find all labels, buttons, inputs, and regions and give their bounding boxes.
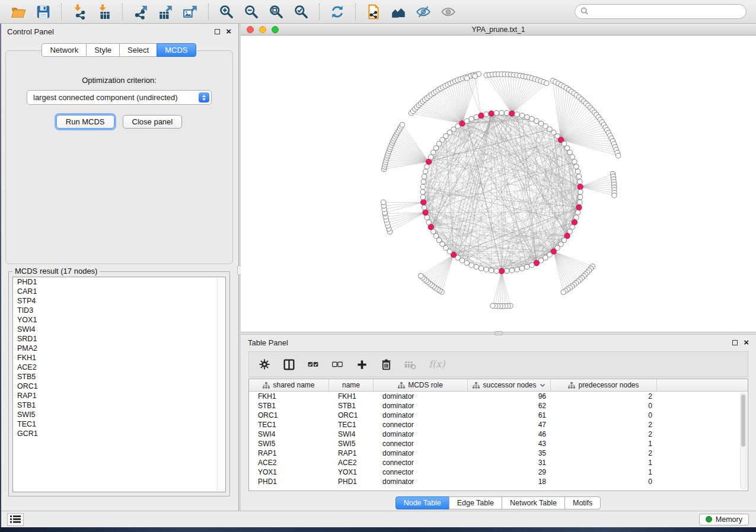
network-node[interactable]	[574, 164, 579, 169]
tab-node-table[interactable]: Node Table	[395, 496, 449, 509]
network-hub-node[interactable]	[578, 184, 583, 190]
network-node[interactable]	[494, 111, 499, 116]
mcds-result-item[interactable]: ORC1	[13, 382, 225, 391]
network-hub-node[interactable]	[428, 224, 433, 229]
column-header-successor-nodes[interactable]: successor nodes	[468, 379, 551, 391]
network-node[interactable]	[525, 264, 529, 269]
search-input[interactable]	[591, 8, 741, 16]
network-node[interactable]	[572, 159, 577, 164]
column-header-MCDS-role[interactable]: MCDS role	[374, 379, 468, 391]
network-node[interactable]	[494, 268, 499, 273]
refresh-button[interactable]	[325, 2, 350, 22]
optimization-criterion-select[interactable]: largest connected component (undirected)	[27, 90, 212, 105]
tab-network[interactable]: Network	[42, 43, 87, 57]
open-session-button[interactable]	[6, 2, 31, 22]
table-row[interactable]: PHD1PHD1dominator180	[249, 477, 748, 486]
network-node[interactable]	[474, 264, 479, 269]
network-node[interactable]	[567, 150, 572, 155]
network-node[interactable]	[529, 116, 534, 121]
table-row[interactable]: ORC1ORC1dominator610	[249, 411, 748, 420]
network-node[interactable]	[420, 195, 425, 200]
network-node[interactable]	[422, 205, 426, 210]
network-node[interactable]	[578, 190, 583, 194]
mcds-result-item[interactable]: SWI4	[13, 325, 225, 334]
network-node[interactable]	[420, 184, 425, 189]
mcds-result-item[interactable]: TID3	[13, 306, 225, 315]
table-row[interactable]: TEC1TEC1connector472	[249, 420, 748, 430]
mcds-result-item[interactable]: RAP1	[13, 391, 225, 400]
network-node[interactable]	[499, 110, 504, 115]
network-canvas[interactable]	[241, 36, 756, 332]
float-table-panel-icon[interactable]	[732, 340, 738, 345]
mcds-result-item[interactable]: SWI5	[13, 410, 225, 419]
network-node[interactable]	[464, 261, 469, 265]
mcds-result-list[interactable]: PHD1CAR1STP4TID3YOX1SWI4SRD1PMA2FKH1ACE2…	[12, 277, 226, 492]
zoom-in-button[interactable]	[214, 2, 239, 22]
window-minimize-icon[interactable]	[259, 26, 266, 33]
nested-networks-button[interactable]	[386, 2, 411, 22]
mcds-list-scrollbar[interactable]	[217, 278, 225, 491]
network-hub-node[interactable]	[426, 159, 432, 164]
table-scrollbar-thumb[interactable]	[741, 395, 745, 447]
node-table[interactable]: shared namenameMCDS rolesuccessor nodesp…	[248, 379, 748, 491]
memory-button[interactable]: Memory	[699, 514, 749, 525]
network-node[interactable]	[578, 195, 583, 200]
network-from-selection-button[interactable]	[361, 2, 386, 22]
network-node[interactable]	[534, 118, 539, 123]
network-node[interactable]	[525, 114, 529, 119]
zoom-selected-button[interactable]	[289, 2, 314, 22]
network-node[interactable]	[464, 118, 469, 123]
mcds-result-item[interactable]: PHD1	[13, 277, 225, 287]
network-hub-node[interactable]	[489, 111, 494, 116]
window-maximize-icon[interactable]	[272, 26, 279, 33]
network-node[interactable]	[423, 169, 428, 174]
network-node[interactable]	[504, 268, 509, 273]
mcds-result-item[interactable]: STB5	[13, 372, 225, 382]
network-node[interactable]	[422, 174, 426, 179]
network-node[interactable]	[543, 255, 548, 260]
table-row[interactable]: SWI5SWI5connector431	[249, 439, 748, 448]
network-node[interactable]	[538, 121, 543, 126]
run-mcds-button[interactable]: Run MCDS	[56, 115, 114, 129]
column-header-shared-name[interactable]: shared name	[249, 379, 329, 391]
network-node[interactable]	[489, 268, 493, 273]
mcds-result-item[interactable]: FKH1	[13, 353, 225, 363]
network-hub-node[interactable]	[499, 268, 504, 274]
select-all-button[interactable]	[306, 356, 320, 373]
network-node[interactable]	[425, 215, 429, 220]
table-row[interactable]: SWI4SWI4dominator462	[249, 430, 748, 439]
mcds-result-item[interactable]: STB1	[13, 400, 225, 410]
save-session-button[interactable]	[31, 2, 56, 22]
network-hub-node[interactable]	[421, 200, 426, 205]
task-history-button[interactable]	[7, 513, 24, 526]
close-table-panel-icon[interactable]: ×	[744, 339, 749, 345]
table-row[interactable]: STB1STB1dominator620	[249, 401, 748, 411]
delete-columns-button[interactable]	[379, 356, 393, 373]
horizontal-splitter-handle[interactable]	[495, 331, 503, 335]
network-node[interactable]	[576, 174, 581, 179]
mcds-result-item[interactable]: TEC1	[13, 419, 225, 429]
table-scrollbar[interactable]	[740, 392, 747, 489]
close-panel-icon[interactable]: ×	[226, 28, 231, 34]
table-row[interactable]: YOX1YOX1connector291	[249, 467, 748, 477]
table-row[interactable]: RAP1RAP1dominator352	[249, 448, 748, 458]
settings-button[interactable]	[257, 356, 272, 373]
network-node[interactable]	[433, 233, 438, 238]
tab-mcds[interactable]: MCDS	[157, 43, 196, 57]
mcds-result-item[interactable]: CAR1	[13, 287, 225, 296]
network-hub-node[interactable]	[479, 113, 484, 118]
horizontal-splitter[interactable]	[241, 332, 756, 335]
network-hub-node[interactable]	[423, 210, 428, 215]
export-table-button[interactable]	[153, 2, 178, 22]
network-node[interactable]	[612, 193, 617, 198]
network-node[interactable]	[431, 150, 436, 155]
tab-network-table[interactable]: Network Table	[502, 496, 565, 509]
network-node[interactable]	[381, 200, 386, 204]
mcds-result-item[interactable]: PMA2	[13, 344, 225, 353]
network-node[interactable]	[400, 122, 404, 127]
float-panel-icon[interactable]	[215, 29, 220, 34]
network-node[interactable]	[419, 273, 423, 278]
deselect-all-button[interactable]	[330, 356, 344, 373]
network-node[interactable]	[578, 200, 582, 204]
network-node[interactable]	[529, 262, 534, 267]
